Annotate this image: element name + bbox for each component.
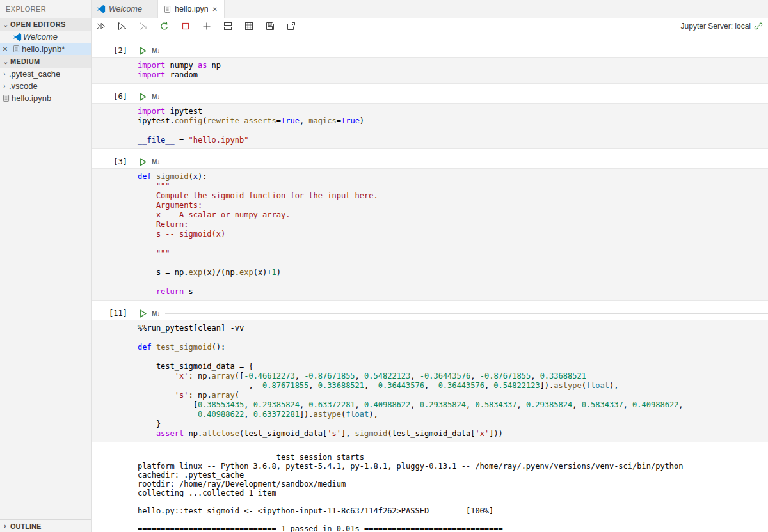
editor-area: Welcome hello.ipynb* ✕ Jupyter Server: l… (92, 0, 768, 532)
variable-explorer-icon (244, 21, 254, 31)
code-line: 's': np.array( (138, 391, 763, 400)
insert-cell-button[interactable] (221, 19, 235, 33)
export-button[interactable] (284, 19, 298, 33)
tree-item-label: hello.ipynb (12, 93, 51, 103)
convert-to-markdown-button[interactable]: M↓ (152, 159, 160, 166)
save-button[interactable] (263, 19, 277, 33)
export-icon (286, 21, 296, 31)
code-line: } (138, 419, 763, 429)
run-cell-button[interactable] (136, 91, 149, 102)
run-cell-button[interactable] (115, 19, 129, 33)
jupyter-server-label: Jupyter Server: local (681, 22, 751, 31)
tree-item-hello-ipynb[interactable]: hello.ipynb (0, 92, 91, 104)
jupyter-connected-icon (754, 22, 763, 31)
vscode-window: EXPLORER ⌄ OPEN EDITORS Welcome ✕ hello.… (0, 0, 768, 532)
code-editor[interactable]: import ipytestipytest.config(rewrite_ass… (92, 103, 768, 149)
execution-count: [2] (92, 46, 127, 55)
open-editors-header[interactable]: ⌄ OPEN EDITORS (0, 18, 91, 31)
run-cell-button[interactable] (136, 308, 149, 319)
tab-label: hello.ipynb* (175, 4, 208, 13)
code-line: s -- sigmoid(x) (138, 230, 763, 239)
notebook-icon (10, 45, 22, 53)
jupyter-server-status[interactable]: Jupyter Server: local (681, 22, 763, 31)
code-line: , -0.87671855, 0.33688521, -0.36443576, … (138, 381, 763, 391)
tree-item-vscode[interactable]: › .vscode (0, 80, 91, 92)
close-icon[interactable]: ✕ (0, 45, 10, 52)
execution-count: [3] (92, 157, 127, 166)
notebook-cell: [2]M↓import numpy as npimport random (92, 44, 768, 84)
run-cell-button[interactable] (136, 45, 149, 56)
run-cell-icon (117, 21, 127, 31)
cell-divider (165, 97, 768, 97)
convert-to-markdown-button[interactable]: M↓ (152, 47, 160, 54)
code-editor[interactable]: import numpy as npimport random (92, 57, 768, 84)
interrupt-kernel-icon (180, 21, 191, 31)
tab-welcome[interactable]: Welcome (92, 0, 158, 18)
code-line: Arguments: (138, 201, 763, 210)
open-editors-label: OPEN EDITORS (10, 20, 66, 28)
vscode-logo-icon (12, 33, 23, 42)
output-line: collecting ...collected 1 item (138, 489, 763, 497)
chevron-down-icon: ⌄ (1, 21, 10, 28)
play-icon (138, 46, 148, 56)
code-line: return s (138, 287, 763, 297)
code-line: ipytest.config(rewrite_asserts=True, mag… (138, 116, 763, 126)
chevron-down-icon: ⌄ (1, 58, 10, 65)
code-line (138, 352, 763, 362)
run-all-button[interactable] (94, 19, 108, 33)
play-icon (138, 92, 148, 102)
explorer-sidebar: EXPLORER ⌄ OPEN EDITORS Welcome ✕ hello.… (0, 0, 92, 532)
folder-section-header[interactable]: ⌄ MEDIUM (0, 55, 91, 68)
code-line: s = np.exp(x)/(np.exp(x)+1) (138, 268, 763, 278)
code-line: x -- A scalar or numpy array. (138, 210, 763, 220)
convert-to-markdown-button[interactable]: M↓ (152, 310, 160, 317)
code-editor[interactable]: def sigmoid(x): """ Compute the sigmoid … (92, 168, 768, 301)
notebook-cells: [2]M↓import numpy as npimport random[6]M… (92, 35, 768, 532)
open-editor-label: hello.ipynb* (22, 44, 65, 54)
output-line: rootdir: /home/ray/Development/sandbox/m… (138, 480, 763, 489)
notebook-cell: [6]M↓import ipytestipytest.config(rewrit… (92, 90, 768, 149)
run-below-button[interactable] (136, 19, 150, 33)
add-cell-button[interactable] (200, 19, 214, 33)
open-editor-item-welcome[interactable]: Welcome (0, 31, 91, 43)
output-line: hello.py::test_sigmoid <- <ipython-input… (138, 506, 763, 515)
code-line: 'x': np.array([-0.46612273, -0.87671855,… (138, 372, 763, 381)
chevron-right-icon: › (0, 70, 9, 77)
code-line: __file__ = "hello.ipynb" (138, 136, 763, 145)
chevron-right-icon: › (0, 82, 9, 90)
code-line: """ (138, 182, 763, 191)
close-icon[interactable]: ✕ (211, 5, 219, 13)
code-line: 0.40988622, 0.63372281]).astype(float), (138, 410, 763, 419)
open-editor-label: Welcome (23, 32, 58, 42)
run-cell-button[interactable] (136, 156, 149, 168)
convert-to-markdown-button[interactable]: M↓ (152, 93, 160, 100)
restart-kernel-button[interactable] (157, 19, 172, 33)
tab-label: Welcome (109, 4, 152, 13)
tree-item-label: .vscode (9, 81, 38, 91)
interrupt-kernel-button[interactable] (179, 19, 193, 33)
folder-name-label: MEDIUM (10, 58, 40, 65)
variable-explorer-button[interactable] (242, 19, 256, 33)
cell-divider (165, 162, 768, 162)
run-below-icon (138, 21, 148, 31)
cell-divider (165, 51, 768, 51)
save-icon (265, 21, 275, 31)
run-all-icon (96, 21, 106, 31)
code-line: %%run_pytest[clean] -vv (138, 324, 763, 333)
code-line: Compute the sigmoid function for the inp… (138, 191, 763, 201)
tab-bar: Welcome hello.ipynb* ✕ (92, 0, 768, 18)
tab-hello-ipynb[interactable]: hello.ipynb* ✕ (158, 0, 225, 18)
outline-section-header[interactable]: › OUTLINE (0, 519, 91, 532)
play-icon (138, 157, 148, 167)
notebook-cell: [3]M↓def sigmoid(x): """ Compute the sig… (92, 155, 768, 301)
tree-item-pytest-cache[interactable]: › .pytest_cache (0, 68, 91, 80)
open-editor-item-hello-ipynb[interactable]: ✕ hello.ipynb* (0, 43, 91, 55)
notebook-cell: [11]M↓%%run_pytest[clean] -vvdef test_si… (92, 307, 768, 532)
code-line: import random (138, 70, 763, 80)
code-line: [0.38553435, 0.29385824, 0.63372281, 0.4… (138, 400, 763, 410)
code-line: test_sigmoid_data = { (138, 362, 763, 372)
code-line (138, 239, 763, 249)
code-editor[interactable]: %%run_pytest[clean] -vvdef test_sigmoid(… (92, 320, 768, 442)
cell-divider (165, 313, 768, 314)
code-line: def sigmoid(x): (138, 172, 763, 182)
